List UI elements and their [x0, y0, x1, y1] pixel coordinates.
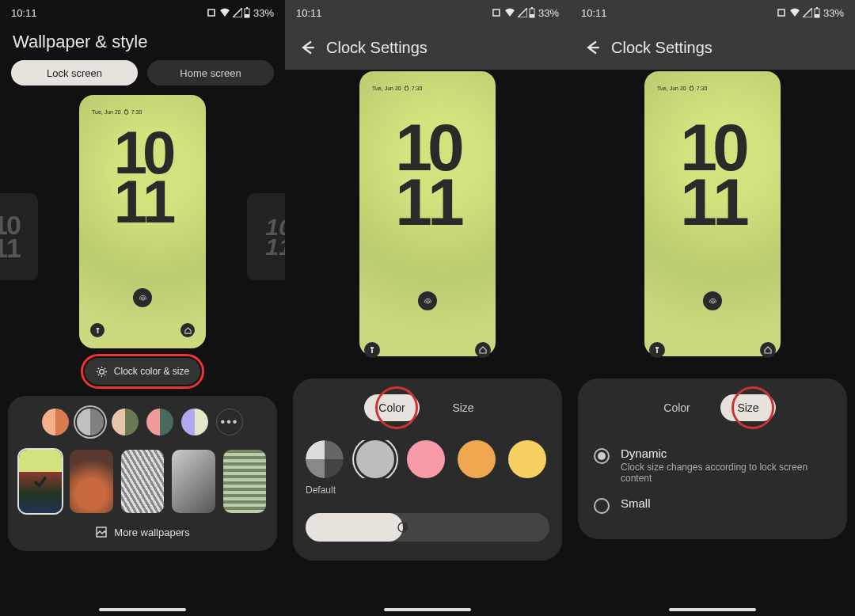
gear-icon [96, 366, 108, 378]
tab-color[interactable]: Color [364, 394, 420, 421]
tab-size[interactable]: Size [720, 394, 776, 421]
fingerprint-icon [703, 291, 722, 310]
flashlight-icon [364, 342, 380, 358]
fingerprint-icon [418, 291, 437, 310]
color-size-tabs: Color Size [306, 394, 549, 421]
clock-settings-sheet: Color Size Dynamic Clock size changes ac… [578, 378, 847, 539]
tab-color[interactable]: Color [649, 394, 705, 421]
wifi-icon [504, 8, 516, 17]
clock-color-option[interactable] [508, 440, 546, 478]
svg-rect-2 [246, 7, 248, 9]
status-bar: 10:11 33% [570, 0, 855, 25]
preview-status: Tue, Jun 20 7:30 [372, 86, 422, 91]
page-title: Wallpaper & style [0, 25, 285, 60]
wallpaper-thumb[interactable] [121, 450, 164, 513]
back-button[interactable] [291, 32, 323, 63]
status-battery-pct: 33% [253, 7, 274, 19]
more-colors-button[interactable]: ••• [216, 409, 243, 435]
back-button[interactable] [576, 32, 608, 63]
signal-icon [233, 8, 242, 17]
clock-color-option[interactable] [356, 440, 394, 478]
status-battery-pct: 33% [823, 7, 844, 19]
signal-icon [518, 8, 527, 17]
status-icons: 33% [492, 7, 559, 19]
more-wallpapers-button[interactable]: More wallpapers [19, 526, 266, 538]
status-time: 10:11 [296, 7, 322, 19]
wallpaper-thumb[interactable] [70, 450, 112, 513]
tab-size[interactable]: Size [435, 394, 491, 421]
default-label: Default [306, 485, 549, 496]
wallpaper-icon [95, 526, 108, 538]
battery-icon [814, 7, 820, 18]
wallpaper-thumb[interactable] [19, 450, 62, 513]
radio-icon [594, 498, 610, 514]
status-bar: 10:11 33% [285, 0, 570, 25]
page-title: Clock Settings [326, 39, 428, 57]
preview-status: Tue, Jun 20 7:30 [92, 109, 142, 115]
fingerprint-icon [133, 288, 152, 307]
nav-bar-handle[interactable] [99, 608, 186, 611]
svg-point-4 [124, 110, 128, 114]
page-title: Clock Settings [611, 39, 712, 57]
preview-clock: 1011 [395, 120, 459, 230]
flashlight-icon [649, 342, 665, 358]
svg-rect-7 [493, 10, 500, 16]
brightness-slider[interactable] [306, 513, 549, 542]
home-icon [760, 342, 776, 358]
color-swatch[interactable] [146, 409, 173, 435]
wallpaper-thumb[interactable] [223, 450, 266, 513]
rectangle-icon [777, 8, 787, 17]
lockscreen-preview: Tue, Jun 20 7:30 1011 [359, 71, 496, 356]
status-icons: 33% [207, 7, 274, 19]
check-icon [19, 450, 62, 513]
wifi-icon [218, 8, 231, 17]
svg-rect-0 [208, 10, 215, 16]
svg-rect-13 [778, 10, 785, 16]
svg-rect-16 [815, 14, 819, 17]
battery-icon [529, 7, 535, 18]
clock-color-option[interactable] [458, 440, 496, 478]
home-icon [475, 342, 491, 358]
slider-knob-icon [389, 513, 417, 542]
tab-lock-screen[interactable]: Lock screen [11, 60, 138, 86]
color-swatch[interactable] [112, 409, 139, 435]
nav-bar-handle[interactable] [669, 608, 756, 611]
size-option-dynamic[interactable]: Dynamic Clock size changes according to … [591, 440, 834, 490]
wallpaper-thumb[interactable] [172, 450, 215, 513]
wifi-icon [788, 8, 801, 17]
status-icons: 33% [777, 7, 844, 19]
status-battery-pct: 33% [538, 7, 559, 19]
clock-color-default[interactable] [306, 440, 344, 478]
size-small-label: Small [621, 496, 651, 510]
clock-color-size-button[interactable]: Clock color & size [85, 358, 200, 385]
screen-clock-color: 10:11 33% Clock Settings Tue, Jun 20 7:3… [285, 0, 570, 616]
screen-clock-size: 10:11 33% Clock Settings Tue, Jun 20 7:3… [570, 0, 855, 616]
preview-status: Tue, Jun 20 7:30 [657, 86, 707, 91]
svg-rect-3 [245, 14, 249, 17]
clock-color-row [306, 440, 549, 478]
lockscreen-preview: Tue, Jun 20 7:30 1011 [644, 71, 781, 356]
preview-clock: 1011 [114, 128, 172, 227]
wallpaper-row [19, 450, 266, 513]
color-size-tabs: Color Size [591, 394, 834, 421]
preview-clock: 1011 [680, 120, 744, 230]
status-bar: 10:11 33% [0, 0, 285, 25]
more-wallpapers-label: More wallpapers [114, 527, 189, 538]
color-swatch[interactable] [42, 409, 69, 435]
screen-tabs: Lock screen Home screen [0, 60, 285, 93]
nav-bar-handle[interactable] [384, 608, 471, 611]
size-dynamic-sub: Clock size changes according to lock scr… [621, 462, 831, 484]
rectangle-icon [207, 8, 217, 17]
color-swatch[interactable] [77, 409, 104, 435]
svg-rect-10 [530, 14, 534, 17]
size-option-small[interactable]: Small [591, 490, 834, 520]
lockscreen-preview: Tue, Jun 20 7:30 1011 [79, 95, 206, 348]
svg-point-11 [405, 86, 408, 90]
home-icon [180, 323, 195, 337]
style-sheet: ••• More wallpapers [8, 396, 277, 551]
tab-home-screen[interactable]: Home screen [147, 60, 274, 86]
battery-icon [244, 7, 250, 18]
color-swatch[interactable] [181, 409, 208, 435]
svg-rect-9 [531, 7, 533, 9]
clock-color-option[interactable] [407, 440, 445, 478]
